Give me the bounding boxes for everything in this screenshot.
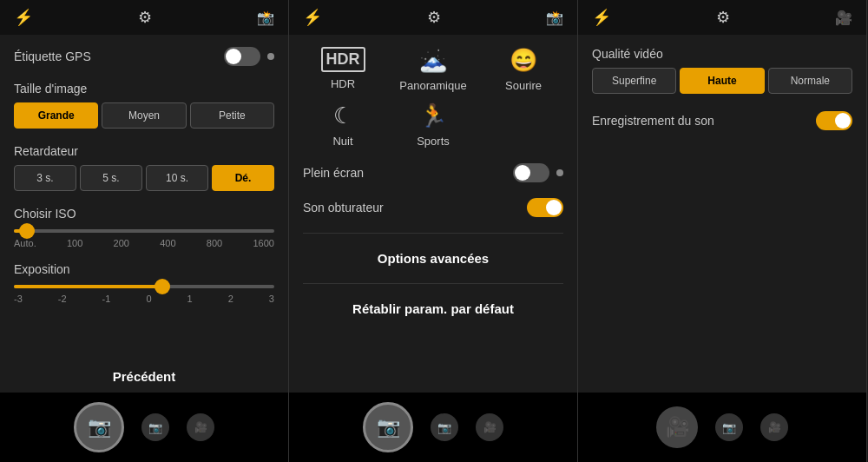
small-camera-icon-p2: 📷	[437, 421, 451, 434]
shutter-button[interactable]: 📷	[74, 402, 124, 452]
small-camera-btn-p2[interactable]: 📷	[431, 413, 458, 441]
exposure-slider-labels: -3 -2 -1 0 1 2 3	[14, 294, 274, 304]
video-small-icon: 🎥	[194, 421, 207, 433]
iso-slider-track[interactable]	[14, 229, 274, 233]
video-small-btn-p2[interactable]: 🎥	[476, 413, 503, 441]
gps-toggle-track[interactable]	[224, 47, 260, 66]
smile-icon: 😄	[510, 47, 537, 74]
hdr-label: HDR	[331, 77, 355, 90]
prev-button[interactable]: Précédent	[0, 360, 288, 393]
exposure-label: Exposition	[14, 262, 274, 276]
shutter-sound-toggle[interactable]	[527, 198, 563, 217]
mode-night[interactable]: ☾ Nuit	[303, 102, 383, 148]
night-label: Nuit	[332, 135, 352, 148]
sports-icon: 🏃	[419, 102, 447, 129]
shutter-sound-toggle-track[interactable]	[527, 198, 563, 217]
panel-camera-settings: ⚡ ⚙ 📸 Étiquette GPS Taille d'image Grand…	[0, 0, 289, 462]
video-small-btn-p3[interactable]: 🎥	[760, 413, 788, 441]
btn-grande[interactable]: Grande	[14, 102, 98, 129]
panoramic-label: Panoramique	[399, 79, 466, 92]
divider1	[303, 233, 563, 234]
exposure-slider-container: -3 -2 -1 0 1 2 3	[14, 285, 274, 304]
gps-toggle-thumb	[226, 49, 241, 64]
mode-sports[interactable]: 🏃 Sports	[393, 102, 473, 148]
btn-superfine[interactable]: Superfine	[592, 68, 676, 94]
bottom-bar-panel2: 📷 📷 🎥	[289, 393, 577, 462]
sports-label: Sports	[417, 135, 450, 148]
camera-icon-p2: 📷	[377, 416, 400, 439]
shutter-sound-label: Son obturateur	[303, 201, 384, 214]
video-record-button[interactable]: 🎥	[656, 406, 698, 448]
iso-label: Choisir ISO	[14, 207, 274, 221]
mode-hdr[interactable]: HDR HDR	[303, 47, 383, 92]
sound-recording-toggle[interactable]	[816, 111, 852, 130]
iso-slider-labels: Auto. 100 200 400 800 1600	[14, 238, 274, 248]
small-camera-btn[interactable]: 📷	[141, 413, 169, 441]
top-bar-panel3: ⚡ ⚙ 🎥	[578, 0, 866, 35]
mode-panoramic[interactable]: 🗻 Panoramique	[393, 47, 473, 92]
lightning-icon[interactable]: ⚡	[14, 8, 33, 27]
btn-10s[interactable]: 10 s.	[146, 165, 208, 191]
camera-mode-icon-p2[interactable]: 📸	[546, 10, 563, 26]
timer-label: Retardateur	[14, 144, 274, 158]
divider2	[303, 283, 563, 284]
iso-slider-container: Auto. 100 200 400 800 1600	[14, 229, 274, 248]
fullscreen-toggle-track[interactable]	[513, 163, 549, 182]
advanced-options-btn[interactable]: Options avancées	[303, 241, 563, 276]
image-size-label: Taille d'image	[14, 82, 274, 96]
lightning-icon-p3[interactable]: ⚡	[592, 8, 611, 27]
quality-group: Superfine Haute Normale	[592, 68, 852, 94]
btn-normale[interactable]: Normale	[768, 68, 852, 94]
btn-5s[interactable]: 5 s.	[80, 165, 142, 191]
panel1-content: Étiquette GPS Taille d'image Grande Moye…	[0, 35, 288, 360]
video-record-icon: 🎥	[666, 416, 689, 439]
small-camera-icon: 📷	[148, 421, 162, 434]
panel2-content: HDR HDR 🗻 Panoramique 😄 Sourire ☾ Nuit 🏃	[289, 35, 577, 393]
btn-3s[interactable]: 3 s.	[14, 165, 76, 191]
panel3-content: Qualité vidéo Superfine Haute Normale En…	[578, 35, 866, 393]
bottom-bar-panel3: 🎥 📷 🎥	[578, 393, 866, 462]
lightning-icon-p2[interactable]: ⚡	[303, 8, 322, 27]
mode-smile[interactable]: 😄 Sourire	[483, 47, 563, 92]
video-mode-icon[interactable]: 🎥	[835, 10, 852, 26]
gps-toggle-dot	[267, 53, 274, 60]
top-bar-panel1: ⚡ ⚙ 📸	[0, 0, 288, 35]
night-icon: ☾	[333, 102, 353, 129]
gps-toggle[interactable]	[224, 47, 274, 66]
settings-icon-p2[interactable]: ⚙	[427, 8, 441, 27]
camera-mode-icon[interactable]: 📸	[257, 10, 274, 26]
image-size-group: Grande Moyen Petite	[14, 102, 274, 129]
settings-icon[interactable]: ⚙	[138, 8, 152, 27]
video-small-icon-p3: 🎥	[768, 421, 781, 433]
hdr-icon: HDR	[321, 47, 365, 72]
fullscreen-label: Plein écran	[303, 166, 364, 180]
video-quality-section: Qualité vidéo Superfine Haute Normale	[592, 47, 852, 94]
top-bar-panel2: ⚡ ⚙ 📸	[289, 0, 577, 35]
smile-label: Sourire	[505, 79, 542, 92]
shutter-button-p2[interactable]: 📷	[363, 402, 413, 452]
video-small-icon-p2: 🎥	[483, 421, 496, 433]
small-camera-btn-p3[interactable]: 📷	[715, 413, 743, 441]
camera-icon: 📷	[88, 416, 111, 439]
sound-recording-toggle-track[interactable]	[816, 111, 852, 130]
reset-btn[interactable]: Rétablir param. par défaut	[303, 291, 563, 327]
btn-haute[interactable]: Haute	[680, 68, 764, 94]
fullscreen-toggle-thumb	[515, 165, 530, 181]
bottom-bar-panel1: 📷 📷 🎥	[0, 393, 288, 462]
timer-group: 3 s. 5 s. 10 s. Dé.	[14, 165, 274, 191]
small-camera-icon-p3: 📷	[722, 421, 736, 434]
btn-petite[interactable]: Petite	[190, 102, 274, 129]
fullscreen-row: Plein écran	[303, 163, 563, 182]
fullscreen-toggle[interactable]	[513, 163, 563, 182]
settings-icon-p3[interactable]: ⚙	[716, 8, 730, 27]
iso-slider-thumb[interactable]	[19, 223, 35, 239]
sound-recording-toggle-thumb	[835, 113, 851, 129]
shutter-sound-toggle-thumb	[546, 200, 562, 215]
video-small-btn[interactable]: 🎥	[187, 413, 214, 441]
exposure-slider-thumb[interactable]	[155, 279, 170, 294]
exposure-slider-track[interactable]	[14, 285, 274, 288]
video-quality-label: Qualité vidéo	[592, 47, 852, 61]
gps-row: Étiquette GPS	[14, 47, 274, 66]
btn-moyen[interactable]: Moyen	[102, 102, 186, 129]
btn-de[interactable]: Dé.	[212, 165, 274, 191]
